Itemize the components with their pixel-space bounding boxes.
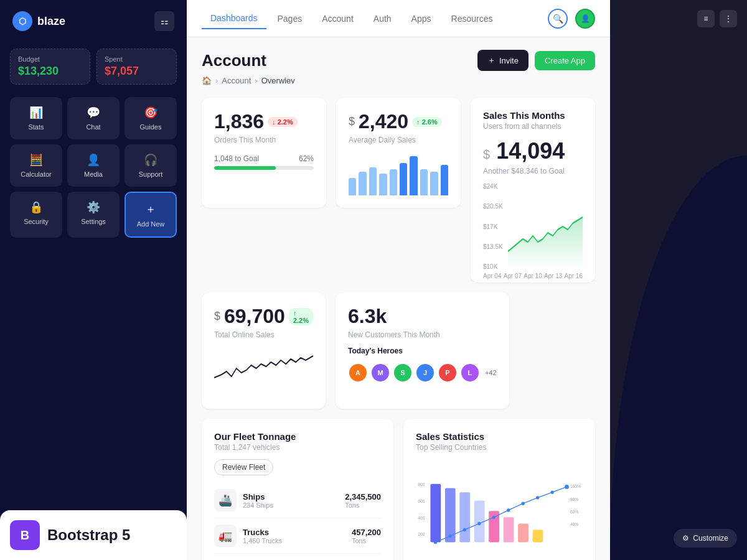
menu-icon-button[interactable]: ⚏: [154, 11, 174, 31]
daily-sales-prefix: $: [349, 115, 355, 128]
svg-text:800: 800: [418, 482, 425, 487]
sidebar-item-chat[interactable]: 💬 Chat: [67, 97, 120, 139]
sales-stats-title: Sales Statistics: [416, 431, 583, 442]
rp-icon-1[interactable]: ≡: [697, 10, 715, 27]
orders-value: 1,836: [214, 110, 264, 133]
tab-resources[interactable]: Resources: [443, 8, 502, 29]
fleet-title: Our Fleet Tonnage: [214, 431, 381, 442]
spent-label: Spent: [105, 55, 169, 63]
svg-text:60%: 60%: [570, 510, 578, 514]
sales-month-sub: Users from all channels: [483, 122, 583, 131]
tab-account[interactable]: Account: [313, 8, 362, 29]
sidebar-item-calculator[interactable]: 🧮 Calculator: [10, 144, 62, 187]
breadcrumb-account[interactable]: Account: [222, 76, 251, 85]
svg-rect-5: [430, 484, 441, 543]
sidebar-item-add-new[interactable]: ＋ Add New: [125, 192, 177, 238]
sidebar-item-guides[interactable]: 🎯 Guides: [125, 97, 177, 139]
bootstrap-badge: B Bootstrap 5: [10, 520, 177, 550]
page-title: Account: [202, 51, 266, 70]
customize-button[interactable]: ⚙ Customize: [674, 529, 737, 548]
svg-point-17: [492, 516, 496, 519]
orders-progress-fill: [214, 166, 276, 170]
sidebar-item-support[interactable]: 🎧 Support: [125, 144, 177, 187]
review-fleet-button[interactable]: Review Fleet: [214, 459, 273, 475]
main-content: Dashboards Pages Account Auth Apps Resou…: [187, 0, 610, 560]
trucks-value: 457,200: [352, 528, 381, 537]
tab-auth[interactable]: Auth: [365, 8, 400, 29]
spent-card: Spent $7,057: [96, 49, 177, 85]
support-label: Support: [139, 170, 163, 178]
sidebar-bottom: B Bootstrap 5: [0, 510, 187, 560]
avatar[interactable]: 👤: [575, 9, 595, 29]
sales-statistics-card: Sales Statistics Top Selling Countries 8…: [403, 419, 595, 560]
wavy-chart: [214, 347, 313, 396]
sidebar-item-stats[interactable]: 📊 Stats: [10, 97, 62, 139]
heroes-title: Today's Heroes: [348, 347, 497, 355]
tab-pages[interactable]: Pages: [269, 8, 311, 29]
orders-card: 1,836 ↓ 2.2% Orders This Month 1,048 to …: [202, 98, 326, 208]
right-panel-bg: [610, 156, 747, 560]
right-panel-content: ≡ ⋮: [610, 0, 747, 45]
top-nav-right: 🔍 👤: [548, 9, 595, 29]
svg-point-16: [477, 522, 481, 525]
budget-card: Budget $13,230: [10, 49, 90, 85]
sidebar-item-media[interactable]: 👤 Media: [67, 144, 120, 187]
svg-point-21: [550, 490, 553, 493]
svg-point-13: [434, 541, 437, 544]
sidebar-item-security[interactable]: 🔒 Security: [10, 192, 62, 238]
sales-month-chart: $24K $20.5K $17K $13.5K $10K: [483, 183, 583, 270]
fleet-sub: Total 1,247 vehicles: [214, 443, 381, 452]
sidebar-item-settings[interactable]: ⚙️ Settings: [67, 192, 120, 238]
breadcrumb: 🏠 › Account › Overwiev: [202, 76, 595, 85]
ships-sub: 234 Ships: [243, 502, 273, 509]
page-content: Account ＋ Invite Create App 🏠 › Account …: [187, 37, 610, 560]
invite-button[interactable]: ＋ Invite: [477, 50, 529, 71]
sales-month-card: Sales This Months Users from all channel…: [471, 98, 595, 282]
svg-point-18: [507, 508, 510, 511]
bootstrap-label: Bootstrap 5: [47, 526, 130, 544]
tab-dashboards[interactable]: Dashboards: [202, 8, 266, 29]
svg-text:400: 400: [418, 516, 425, 520]
rp-icon-2[interactable]: ⋮: [720, 10, 737, 27]
sales-prefix: $: [483, 147, 490, 161]
customers-label: New Customers This Month: [348, 330, 497, 339]
sales-stats-sub: Top Selling Countries: [416, 443, 583, 452]
svg-rect-11: [518, 523, 529, 542]
svg-point-14: [448, 534, 451, 538]
daily-sales-card: $ 2,420 ↑ 2.6% Average Daily Sales: [336, 98, 461, 208]
svg-point-19: [522, 502, 525, 505]
stats-row-1: 1,836 ↓ 2.2% Orders This Month 1,048 to …: [202, 98, 595, 282]
orders-label: Orders This Month: [214, 136, 314, 144]
online-sales-value: 69,700: [224, 305, 285, 328]
customers-card: 6.3k New Customers This Month Today's He…: [336, 292, 509, 409]
security-label: Security: [24, 218, 49, 225]
bootstrap-icon: B: [10, 520, 40, 550]
svg-point-22: [565, 485, 569, 489]
hero-avatar-5: P: [438, 363, 458, 383]
budget-amount: $13,230: [18, 65, 82, 78]
svg-marker-0: [508, 217, 583, 270]
orders-progress-pct: 62%: [299, 154, 314, 163]
fleet-item-trucks: 🚛 Trucks 1,460 Trucks 457,200 Tons: [214, 518, 381, 554]
right-panel: ≡ ⋮ ⚙ Customize: [610, 0, 747, 560]
sales-goal: Another $48,346 to Goal: [483, 167, 583, 175]
sidebar: ⬡ blaze ⚏ Budget $13,230 Spent $7,057 📊 …: [0, 0, 187, 560]
online-prefix: $: [214, 310, 220, 323]
media-icon: 👤: [87, 153, 100, 167]
orders-progress-bar: [214, 166, 314, 170]
create-app-button[interactable]: Create App: [535, 51, 595, 70]
page-header: Account ＋ Invite Create App: [202, 50, 595, 71]
guides-icon: 🎯: [144, 106, 157, 119]
calculator-icon: 🧮: [29, 153, 43, 167]
online-sales-label: Total Online Sales: [214, 330, 313, 339]
svg-point-20: [536, 496, 539, 499]
search-button[interactable]: 🔍: [548, 9, 568, 29]
chat-label: Chat: [86, 123, 100, 131]
customize-icon: ⚙: [682, 534, 689, 543]
orders-progress-label: 1,048 to Goal: [214, 154, 259, 163]
media-label: Media: [84, 170, 103, 178]
tab-apps[interactable]: Apps: [403, 8, 440, 29]
daily-sales-chart: [349, 152, 448, 195]
nav-grid: 📊 Stats 💬 Chat 🎯 Guides 🧮 Calculator 👤 M…: [0, 97, 187, 238]
daily-sales-label: Average Daily Sales: [349, 136, 448, 144]
